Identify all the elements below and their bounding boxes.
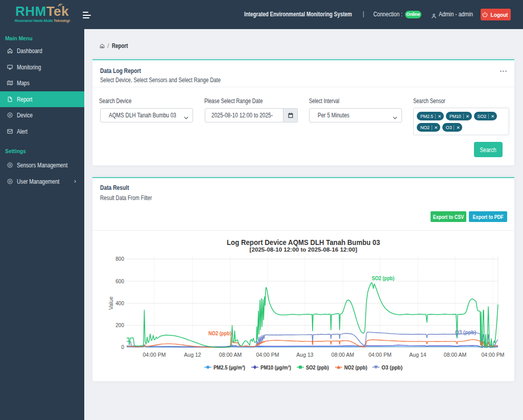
- svg-text:Log Report Device AQMS DLH Tan: Log Report Device AQMS DLH Tanah Bumbu 0…: [227, 238, 380, 246]
- svg-text:04:00 PM: 04:00 PM: [256, 352, 279, 358]
- svg-text:Aug 13: Aug 13: [296, 352, 313, 358]
- svg-text:04:00 PM: 04:00 PM: [143, 352, 166, 358]
- svg-text:[2025-08-10 12:00 to 2025-08-1: [2025-08-10 12:00 to 2025-08-16 12:00]: [250, 246, 358, 253]
- svg-text:08:00 AM: 08:00 AM: [219, 352, 242, 358]
- svg-text:SO2 (ppb): SO2 (ppb): [306, 364, 329, 370]
- svg-text:O3 (ppb): O3 (ppb): [382, 364, 402, 370]
- svg-text:08:00 AM: 08:00 AM: [444, 352, 466, 358]
- svg-text:NO2 (ppb): NO2 (ppb): [208, 330, 231, 336]
- svg-text:600: 600: [115, 279, 124, 284]
- svg-text:Aug 12: Aug 12: [184, 352, 201, 358]
- svg-text:400: 400: [115, 301, 124, 306]
- svg-text:04:00 PM: 04:00 PM: [482, 352, 505, 358]
- svg-text:Value: Value: [108, 297, 114, 310]
- svg-text:PM2.5 (µg/m³): PM2.5 (µg/m³): [213, 364, 245, 370]
- svg-text:SO2 (ppb): SO2 (ppb): [372, 275, 394, 281]
- svg-text:0: 0: [121, 344, 124, 350]
- svg-text:PM10 (µg/m³): PM10 (µg/m³): [260, 364, 291, 370]
- svg-text:Aug 14: Aug 14: [409, 352, 426, 358]
- svg-text:800: 800: [115, 256, 124, 262]
- svg-text:200: 200: [115, 323, 124, 328]
- svg-text:04:00 PM: 04:00 PM: [369, 352, 392, 358]
- svg-text:NO2 (ppb): NO2 (ppb): [344, 364, 367, 370]
- svg-text:O3 (ppb): O3 (ppb): [455, 329, 476, 335]
- svg-text:08:00 AM: 08:00 AM: [331, 352, 354, 358]
